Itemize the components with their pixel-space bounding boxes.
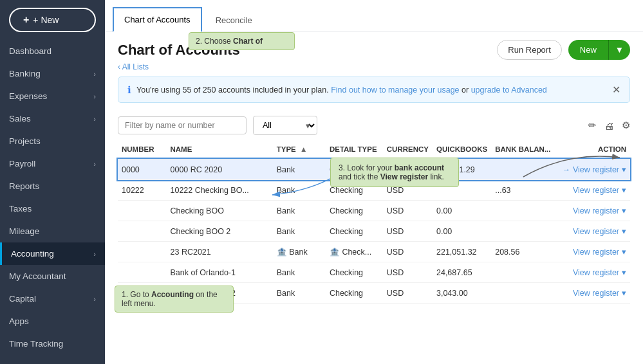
view-register-link[interactable]: View register bbox=[573, 268, 619, 277]
tab-reconcile[interactable]: Reconcile bbox=[205, 8, 263, 32]
filter-input[interactable] bbox=[118, 116, 247, 134]
tooltip-choose-chart: 2. Choose Chart of bbox=[189, 32, 295, 50]
sidebar-item-label: Expenses bbox=[9, 91, 93, 101]
print-icon[interactable]: 🖨 bbox=[604, 120, 614, 131]
cell-detail-type: Checking bbox=[326, 283, 383, 304]
banner-close-button[interactable]: ✕ bbox=[612, 84, 620, 96]
view-register-link[interactable]: View register bbox=[573, 165, 619, 174]
filter-icons: ✏ 🖨 ⚙ bbox=[588, 120, 630, 131]
col-header-detail: DETAIL TYPE bbox=[326, 140, 383, 159]
action-dropdown-button[interactable]: ▾ bbox=[622, 268, 626, 277]
action-arrow-icon: → bbox=[562, 165, 570, 174]
col-header-quickbooks: QUICKBOOKS bbox=[433, 140, 491, 159]
sidebar-item-label: Taxes bbox=[9, 204, 96, 214]
sidebar-item-label: Payroll bbox=[9, 159, 93, 168]
action-dropdown-button[interactable]: ▾ bbox=[622, 206, 626, 215]
sidebar-item-time-tracking[interactable]: Time Tracking bbox=[0, 332, 105, 355]
action-dropdown-button[interactable]: ▾ bbox=[622, 247, 626, 257]
run-report-button[interactable]: Run Report bbox=[497, 40, 561, 60]
cell-action: View register▾ bbox=[554, 242, 630, 262]
upgrade-link[interactable]: upgrade to Advanced bbox=[471, 86, 547, 95]
cell-number: 10222 bbox=[118, 180, 167, 201]
cell-type: Bank bbox=[273, 159, 326, 180]
sidebar-item-reports[interactable]: Reports bbox=[0, 175, 105, 197]
action-dropdown-button[interactable]: ▾ bbox=[622, 185, 626, 195]
cell-type: Bank bbox=[273, 262, 326, 283]
col-header-name: NAME bbox=[167, 140, 273, 159]
action-dropdown-button[interactable]: ▾ bbox=[622, 226, 626, 236]
sidebar-item-label: Capital bbox=[9, 294, 93, 304]
sidebar-item-accounting[interactable]: Accounting› bbox=[0, 242, 105, 265]
cell-type: Bank bbox=[273, 201, 326, 221]
view-register-link[interactable]: View register bbox=[573, 227, 619, 236]
cell-bank-balance bbox=[491, 221, 554, 242]
cell-name: Checking BOO 2 bbox=[167, 221, 273, 242]
new-dropdown-button[interactable]: ▼ bbox=[608, 40, 630, 60]
sidebar-new-button[interactable]: + + New bbox=[9, 8, 96, 32]
sidebar-item-label: Accounting bbox=[11, 249, 93, 259]
sidebar-item-capital[interactable]: Capital› bbox=[0, 287, 105, 310]
cell-quickbooks: 221,051.32 bbox=[433, 242, 491, 262]
cell-bank-balance: ...63 bbox=[491, 180, 554, 201]
sidebar-item-my-accountant[interactable]: My Accountant bbox=[0, 265, 105, 287]
sidebar-item-label: Reports bbox=[9, 181, 96, 191]
table-header: NUMBER NAME TYPE ▲ DETAIL TYPE CURRENCY … bbox=[118, 140, 630, 159]
new-button-label: + New bbox=[33, 15, 59, 25]
cell-bank-balance bbox=[491, 201, 554, 221]
sidebar-item-payroll[interactable]: Payroll› bbox=[0, 152, 105, 175]
chevron-icon: › bbox=[93, 70, 96, 78]
cell-detail-type: Checking bbox=[326, 221, 383, 242]
col-header-action: ACTION bbox=[554, 140, 630, 159]
table-row: Checking BOO 2BankCheckingUSD0.00View re… bbox=[118, 221, 630, 242]
tab-chart-of-accounts[interactable]: Chart of Accounts bbox=[113, 7, 202, 32]
cell-type: Bank bbox=[273, 283, 326, 304]
sidebar-item-dashboard[interactable]: Dashboard bbox=[0, 40, 105, 62]
cell-bank-balance: 208.56 bbox=[491, 242, 554, 262]
info-banner: ℹ You're using 55 of 250 accounts includ… bbox=[118, 77, 630, 103]
sort-arrow-icon: ▲ bbox=[300, 145, 307, 153]
table-row: 23 RC2021🏦 Bank🏦 Check...USD221,051.3220… bbox=[118, 242, 630, 262]
sidebar-item-mileage[interactable]: Mileage bbox=[0, 220, 105, 242]
manage-usage-link[interactable]: Find out how to manage your usage bbox=[331, 86, 459, 95]
sidebar-item-label: Banking bbox=[9, 69, 93, 78]
header-actions: Run Report New ▼ bbox=[497, 40, 630, 60]
col-header-currency: CURRENCY bbox=[383, 140, 433, 159]
cell-action: View register▾ bbox=[554, 262, 630, 283]
cell-quickbooks: 24,687.65 bbox=[433, 262, 491, 283]
content-area: 2. Choose Chart of Chart of Accounts Run… bbox=[105, 32, 643, 364]
settings-icon[interactable]: ⚙ bbox=[622, 120, 630, 131]
breadcrumb[interactable]: All Lists bbox=[105, 62, 643, 77]
chevron-icon: › bbox=[93, 250, 96, 258]
view-register-link[interactable]: View register bbox=[573, 289, 619, 298]
sidebar-item-banking[interactable]: Banking› bbox=[0, 62, 105, 85]
action-dropdown-button[interactable]: ▾ bbox=[622, 165, 626, 174]
cell-number bbox=[118, 262, 167, 283]
sidebar-item-expenses[interactable]: Expenses› bbox=[0, 85, 105, 107]
cell-action: View register▾ bbox=[554, 221, 630, 242]
cell-currency: USD bbox=[383, 242, 433, 262]
view-register-link[interactable]: View register bbox=[573, 186, 619, 195]
top-tabs: Chart of AccountsReconcile bbox=[105, 0, 643, 32]
cell-type: 🏦 Bank bbox=[273, 242, 326, 262]
sidebar-item-label: Dashboard bbox=[9, 46, 96, 56]
view-register-link[interactable]: View register bbox=[573, 206, 619, 215]
sidebar-item-sales[interactable]: Sales› bbox=[0, 107, 105, 130]
cell-name: Checking BOO bbox=[167, 201, 273, 221]
cell-quickbooks: 0.00 bbox=[433, 221, 491, 242]
col-header-type[interactable]: TYPE ▲ bbox=[273, 140, 326, 159]
edit-icon[interactable]: ✏ bbox=[588, 120, 597, 131]
filter-select[interactable]: All bbox=[253, 116, 317, 135]
cell-currency: USD bbox=[383, 201, 433, 221]
tooltip-accounting: 1. Go to Accounting on the left menu. bbox=[115, 286, 234, 313]
sidebar-item-projects[interactable]: Projects bbox=[0, 130, 105, 152]
info-banner-left: ℹ You're using 55 of 250 accounts includ… bbox=[127, 84, 547, 96]
action-dropdown-button[interactable]: ▾ bbox=[622, 288, 626, 298]
chevron-icon: › bbox=[93, 93, 96, 100]
new-main-button[interactable]: New bbox=[568, 40, 608, 60]
view-register-link[interactable]: View register bbox=[573, 248, 619, 257]
sidebar-item-apps[interactable]: Apps bbox=[0, 310, 105, 332]
table-row: Bank of Orlando-1BankCheckingUSD24,687.6… bbox=[118, 262, 630, 283]
cell-name: 23 RC2021 bbox=[167, 242, 273, 262]
cell-action: View register▾ bbox=[554, 283, 630, 304]
sidebar-item-taxes[interactable]: Taxes bbox=[0, 197, 105, 220]
